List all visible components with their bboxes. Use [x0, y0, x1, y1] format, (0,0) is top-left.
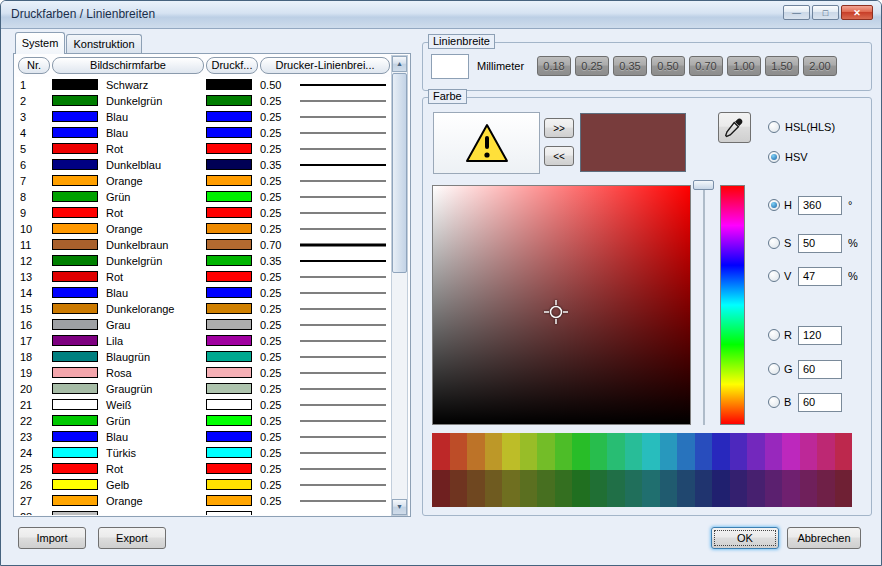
table-row[interactable]: 9 Rot 0.25 — [16, 205, 392, 221]
table-row[interactable]: 6 Dunkelblau 0.35 — [16, 157, 392, 173]
palette-swatch[interactable] — [502, 470, 520, 507]
palette-swatch[interactable] — [782, 433, 800, 470]
palette-swatch[interactable] — [625, 433, 643, 470]
palette-swatch[interactable] — [450, 470, 468, 507]
table-row[interactable]: 11 Dunkelbraun 0.70 — [16, 237, 392, 253]
print-color-swatch[interactable] — [206, 463, 252, 474]
screen-color-swatch[interactable] — [52, 127, 98, 138]
screen-color-swatch[interactable] — [52, 383, 98, 394]
channel-radio[interactable] — [768, 199, 780, 211]
table-row[interactable]: 4 Blau 0.25 — [16, 125, 392, 141]
color-mode-option[interactable]: HSV — [768, 150, 808, 164]
hue-slider-track[interactable] — [703, 185, 705, 425]
table-row[interactable]: 2 Dunkelgrün 0.25 — [16, 93, 392, 109]
print-color-swatch[interactable] — [206, 111, 252, 122]
screen-color-swatch[interactable] — [52, 367, 98, 378]
palette-swatch[interactable] — [590, 470, 608, 507]
print-color-swatch[interactable] — [206, 319, 252, 330]
channel-value-field[interactable]: 47 — [798, 267, 842, 286]
palette-swatch[interactable] — [572, 433, 590, 470]
print-color-swatch[interactable] — [206, 207, 252, 218]
channel-value-field[interactable]: 360 — [798, 196, 842, 215]
palette-swatch[interactable] — [572, 470, 590, 507]
width-preset-button[interactable]: 1.50 — [765, 56, 799, 76]
channel-value-field[interactable]: 60 — [798, 360, 842, 379]
channel-value-field[interactable]: 60 — [798, 393, 842, 412]
palette-swatch[interactable] — [835, 433, 853, 470]
screen-color-swatch[interactable] — [52, 191, 98, 202]
screen-color-swatch[interactable] — [52, 95, 98, 106]
palette-swatch[interactable] — [747, 470, 765, 507]
sv-cursor[interactable] — [543, 299, 569, 325]
screen-color-swatch[interactable] — [52, 271, 98, 282]
palette-swatch[interactable] — [607, 433, 625, 470]
sv-gradient-square[interactable] — [432, 185, 691, 425]
table-row[interactable]: 24 Türkis 0.25 — [16, 445, 392, 461]
print-color-swatch[interactable] — [206, 223, 252, 234]
close-button[interactable]: ✕ — [841, 5, 873, 20]
palette-swatch[interactable] — [590, 433, 608, 470]
print-color-swatch[interactable] — [206, 351, 252, 362]
tab-konstruktion[interactable]: Konstruktion — [66, 34, 142, 53]
print-color-swatch[interactable] — [206, 287, 252, 298]
table-row[interactable]: 19 Rosa 0.25 — [16, 365, 392, 381]
scroll-up-icon[interactable]: ▲ — [392, 56, 407, 72]
palette-swatch[interactable] — [730, 433, 748, 470]
palette-swatch[interactable] — [432, 433, 450, 470]
print-color-swatch[interactable] — [206, 383, 252, 394]
current-width-field[interactable] — [431, 54, 469, 79]
print-color-swatch[interactable] — [206, 447, 252, 458]
screen-color-swatch[interactable] — [52, 319, 98, 330]
column-header-bildschirmfarbe[interactable]: Bildschirmfarbe — [52, 57, 204, 74]
tab-system[interactable]: System — [15, 32, 65, 54]
print-color-swatch[interactable] — [206, 511, 252, 515]
apply-color-button[interactable]: >> — [544, 118, 574, 138]
eyedropper-button[interactable] — [718, 112, 751, 143]
palette-swatch[interactable] — [642, 433, 660, 470]
width-preset-button[interactable]: 0.35 — [613, 56, 647, 76]
table-row[interactable]: 7 Orange 0.25 — [16, 173, 392, 189]
channel-radio[interactable] — [768, 329, 780, 341]
width-preset-button[interactable]: 1.00 — [727, 56, 761, 76]
scroll-down-icon[interactable]: ▼ — [392, 499, 407, 515]
palette-swatch[interactable] — [782, 470, 800, 507]
table-row[interactable]: 13 Rot 0.25 — [16, 269, 392, 285]
print-color-swatch[interactable] — [206, 415, 252, 426]
palette-swatch[interactable] — [432, 470, 450, 507]
table-row[interactable]: 14 Blau 0.25 — [16, 285, 392, 301]
palette-swatch[interactable] — [817, 433, 835, 470]
hue-gradient-bar[interactable] — [720, 185, 745, 425]
print-color-swatch[interactable] — [206, 255, 252, 266]
radio-icon[interactable] — [768, 151, 780, 163]
palette-swatch[interactable] — [555, 470, 573, 507]
print-color-swatch[interactable] — [206, 239, 252, 250]
screen-color-swatch[interactable] — [52, 479, 98, 490]
table-row[interactable]: 28 — [16, 509, 392, 515]
palette-swatch[interactable] — [677, 470, 695, 507]
print-color-swatch[interactable] — [206, 191, 252, 202]
palette-swatch[interactable] — [537, 470, 555, 507]
screen-color-swatch[interactable] — [52, 415, 98, 426]
screen-color-swatch[interactable] — [52, 303, 98, 314]
channel-radio[interactable] — [768, 396, 780, 408]
table-row[interactable]: 18 Blaugrün 0.25 — [16, 349, 392, 365]
palette-swatch[interactable] — [660, 433, 678, 470]
channel-radio[interactable] — [768, 237, 780, 249]
export-button[interactable]: Export — [98, 527, 166, 549]
screen-color-swatch[interactable] — [52, 335, 98, 346]
width-preset-button[interactable]: 0.25 — [575, 56, 609, 76]
maximize-button[interactable]: □ — [812, 5, 839, 20]
table-row[interactable]: 10 Orange 0.25 — [16, 221, 392, 237]
print-color-swatch[interactable] — [206, 79, 252, 90]
palette-swatch[interactable] — [660, 470, 678, 507]
channel-value-field[interactable]: 120 — [798, 326, 842, 345]
channel-radio[interactable] — [768, 363, 780, 375]
color-mode-option[interactable]: HSL(HLS) — [768, 120, 835, 134]
palette-swatch[interactable] — [625, 470, 643, 507]
table-row[interactable]: 23 Blau 0.25 — [16, 429, 392, 445]
palette-swatch[interactable] — [765, 433, 783, 470]
table-row[interactable]: 12 Dunkelgrün 0.35 — [16, 253, 392, 269]
screen-color-swatch[interactable] — [52, 287, 98, 298]
screen-color-swatch[interactable] — [52, 495, 98, 506]
table-scrollbar[interactable]: ▲ ▼ — [391, 55, 408, 516]
